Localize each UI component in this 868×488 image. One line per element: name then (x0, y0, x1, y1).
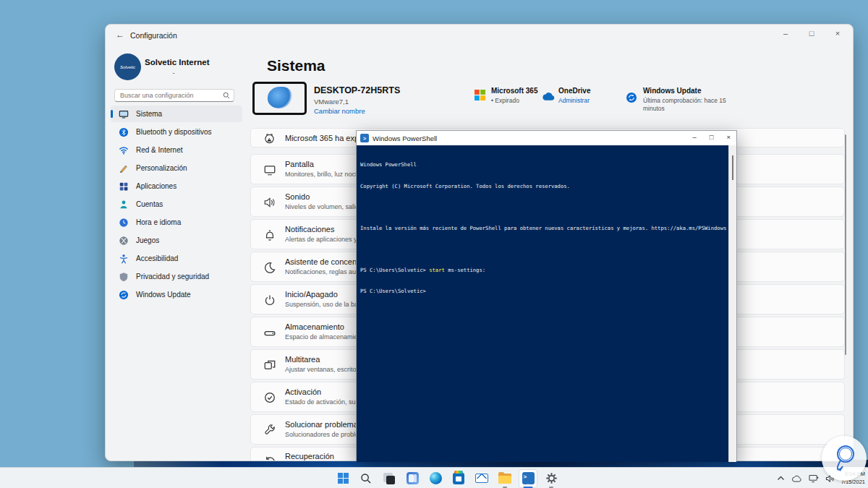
maximize-button[interactable]: □ (710, 133, 714, 141)
console-line (360, 246, 730, 253)
edge-button[interactable] (427, 470, 444, 487)
sidebar-item-label: Personalización (136, 164, 187, 172)
sidebar-item-label: Red & Internet (136, 146, 182, 154)
console-prompt-line: PS C:\Users\Solvetic> start ms-settings: (360, 267, 730, 274)
multitask-icon (263, 359, 276, 372)
onedrive-cloud-icon (542, 92, 556, 101)
sidebar-item-accesibilidad[interactable]: Accesibilidad (111, 250, 242, 267)
sidebar-item-windows-update[interactable]: Windows Update (111, 286, 242, 303)
rename-device-link[interactable]: Cambiar nombre (314, 107, 365, 115)
powershell-window: > Windows PowerShell – □ × Windows Power… (356, 130, 737, 461)
bell-icon (263, 228, 276, 241)
person-icon (119, 200, 129, 210)
card-title: Solucionar problemas (285, 420, 362, 429)
store-button[interactable] (450, 470, 467, 487)
search-input[interactable] (120, 90, 221, 100)
sidebar-item-label: Cuentas (136, 200, 163, 208)
sidebar-item-label: Sistema (136, 110, 162, 118)
wrench-icon (263, 424, 276, 437)
sidebar-item-personalizacion[interactable]: Personalización (111, 160, 242, 176)
sidebar-item-juegos[interactable]: Juegos (111, 232, 242, 249)
minimize-button[interactable]: – (692, 133, 696, 141)
powershell-scrollbar[interactable] (728, 145, 736, 462)
console-line: Instale la versión más reciente de Power… (360, 225, 730, 232)
search-icon (360, 473, 372, 484)
sidebar-item-label: Accesibilidad (136, 254, 178, 262)
sidebar-item-hora-idioma[interactable]: Hora e idioma (111, 214, 242, 231)
console-command: start (429, 267, 445, 273)
system-monitor-icon (119, 109, 129, 119)
sidebar-item-label: Bluetooth y dispositivos (136, 128, 212, 136)
search-button[interactable] (357, 470, 375, 487)
sidebar-item-label: Hora e idioma (136, 218, 181, 226)
onedrive-manage-link[interactable]: Administrar (558, 97, 616, 105)
file-explorer-button[interactable] (496, 470, 514, 487)
card-title: Recuperación (285, 452, 334, 461)
status-onedrive: OneDrive Administrar (558, 87, 616, 105)
card-title: Inicio/Apagado (285, 290, 338, 299)
gear-icon (545, 472, 558, 484)
apps-grid-icon (119, 181, 129, 192)
powershell-icon: >_ (522, 472, 535, 484)
card-title: Notificaciones (285, 225, 334, 234)
xbox-icon (119, 236, 129, 246)
widgets-button[interactable] (404, 470, 421, 487)
edge-icon (430, 472, 442, 484)
settings-scrollbar[interactable] (845, 134, 846, 355)
network-tray-icon[interactable] (809, 474, 819, 483)
sidebar-item-cuentas[interactable]: Cuentas (111, 196, 242, 213)
status-subtitle: Última comprobación: hace 15 minutos (643, 97, 736, 112)
recovery-icon (263, 455, 276, 461)
windows-update-icon (626, 92, 637, 103)
console-line (360, 204, 730, 211)
scrollbar-thumb[interactable] (732, 155, 733, 180)
settings-titlebar: ← Configuración – □ × (106, 25, 853, 46)
sidebar-item-sistema[interactable]: Sistema (111, 106, 242, 122)
moon-icon (263, 261, 276, 274)
power-icon (263, 294, 276, 307)
back-arrow-icon[interactable]: ← (116, 30, 124, 40)
card-title: Pantalla (285, 160, 314, 168)
onedrive-tray-icon[interactable] (791, 475, 802, 482)
console-line: Windows PowerShell (360, 161, 730, 168)
storage-icon (263, 327, 276, 340)
card-title: Almacenamiento (285, 322, 344, 331)
store-icon (453, 473, 464, 484)
sidebar-item-label: Juegos (136, 236, 159, 244)
check-circle-icon (263, 391, 276, 404)
sidebar-item-bluetooth[interactable]: Bluetooth y dispositivos (111, 124, 242, 140)
folder-icon (498, 474, 511, 484)
powershell-window-title: Windows PowerShell (373, 134, 437, 142)
tray-chevron-icon[interactable] (777, 475, 785, 481)
sidebar-item-red-internet[interactable]: Red & Internet (111, 142, 242, 158)
page-title: Sistema (267, 57, 326, 74)
sidebar-item-label: Aplicaciones (136, 182, 176, 190)
bluetooth-icon (119, 127, 129, 137)
start-button[interactable] (334, 470, 352, 487)
mail-icon (475, 474, 488, 483)
minimize-button[interactable]: – (780, 29, 791, 38)
avatar: Solvetic (114, 53, 141, 80)
status-title: Windows Update (643, 87, 736, 95)
task-view-button[interactable] (380, 470, 398, 487)
settings-window-title: Configuración (130, 31, 177, 40)
maximize-button[interactable]: □ (807, 29, 817, 38)
close-button[interactable]: × (833, 29, 843, 38)
sidebar-item-aplicaciones[interactable]: Aplicaciones (111, 178, 242, 194)
powershell-console[interactable]: Windows PowerShell Copyright (C) Microso… (357, 145, 730, 462)
alert-clock-icon (263, 132, 276, 145)
search-box[interactable] (114, 89, 234, 102)
console-prompt: PS C:\Users\Solvetic> (360, 288, 730, 295)
settings-taskbar-button[interactable] (542, 470, 560, 487)
status-title: OneDrive (558, 87, 616, 95)
settings-sidebar: Sistema Bluetooth y dispositivos Red & I… (111, 106, 242, 304)
powershell-taskbar-button[interactable]: >_ (519, 470, 537, 487)
mail-button[interactable] (473, 470, 490, 487)
profile-name: Solvetic Internet (145, 58, 224, 67)
sidebar-item-privacidad[interactable]: Privacidad y seguridad (111, 268, 242, 285)
close-button[interactable]: × (726, 133, 731, 141)
wifi-icon (119, 145, 129, 155)
brush-icon (119, 163, 129, 174)
profile-subtitle: - (145, 69, 203, 77)
display-icon (263, 163, 276, 176)
